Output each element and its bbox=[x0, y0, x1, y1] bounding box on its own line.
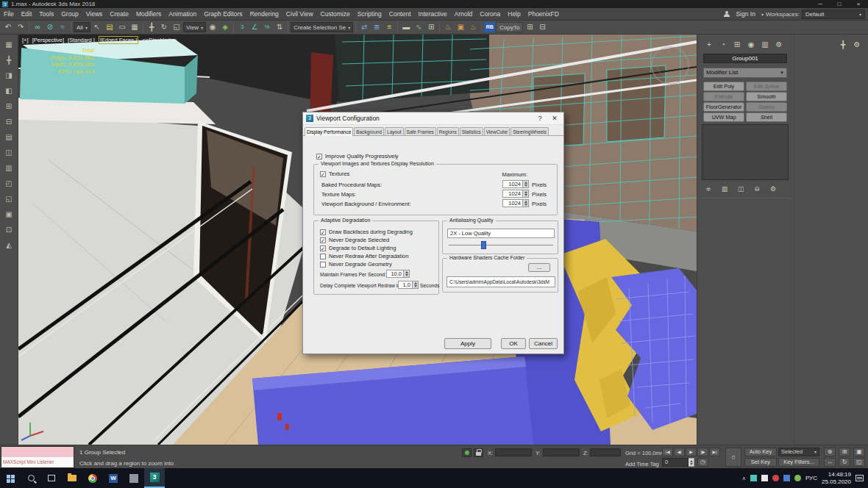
tab-steeringwheels[interactable]: SteeringWheels bbox=[511, 127, 549, 135]
left-toolbar-icon[interactable]: ╋ bbox=[2, 54, 16, 67]
percent-snap-toggle[interactable]: % bbox=[261, 21, 273, 33]
spinner-arrows-icon[interactable] bbox=[523, 190, 529, 198]
undo-button[interactable]: ↶ bbox=[2, 21, 14, 33]
draw-backfaces-checkbox[interactable]: ✓ bbox=[320, 229, 326, 235]
taskbar-clock[interactable]: 14:48:19 25.05.2020 bbox=[822, 471, 851, 486]
zoom-all-button[interactable]: ⊞ bbox=[839, 448, 850, 456]
left-toolbar-icon[interactable]: ◫ bbox=[2, 147, 16, 159]
show-end-result-button[interactable]: ▥ bbox=[719, 184, 730, 194]
notification-center-button[interactable] bbox=[855, 475, 864, 481]
left-toolbar-icon[interactable]: ▤ bbox=[2, 132, 16, 144]
bind-to-space-warp-button[interactable]: ≈ bbox=[57, 21, 68, 33]
menu-animation[interactable]: Animation bbox=[165, 8, 200, 21]
maximize-viewport-toggle[interactable]: ◱ bbox=[853, 458, 865, 467]
chrome-button[interactable] bbox=[82, 468, 103, 488]
dialog-help-button[interactable]: ? bbox=[534, 115, 546, 122]
antialiasing-quality-field[interactable]: 2X - Low Quality bbox=[447, 229, 555, 238]
add-time-tag[interactable]: Add Time Tag bbox=[625, 461, 659, 467]
z-coord-field[interactable] bbox=[590, 448, 621, 456]
menu-graph-editors[interactable]: Graph Editors bbox=[200, 8, 246, 21]
never-redraw-checkbox[interactable] bbox=[320, 254, 326, 259]
auto-key-toggle[interactable]: Auto Key bbox=[744, 448, 777, 456]
cancel-button[interactable]: Cancel bbox=[529, 338, 558, 349]
layer-manager-button[interactable]: ≡ bbox=[383, 21, 395, 33]
select-and-scale-button[interactable]: ◱ bbox=[171, 21, 182, 33]
delay-redraw-value[interactable]: 1,0 bbox=[398, 281, 413, 289]
remove-modifier-button[interactable]: ⊖ bbox=[752, 184, 762, 194]
key-filters-button[interactable]: Key Filters... bbox=[778, 458, 819, 467]
word-button[interactable]: W bbox=[103, 468, 124, 488]
menu-file[interactable]: File bbox=[0, 8, 18, 21]
render-setup-button[interactable]: ♨ bbox=[442, 21, 454, 33]
minimize-button[interactable]: ─ bbox=[811, 0, 830, 8]
left-toolbar-icon[interactable]: ◨ bbox=[2, 70, 16, 82]
motion-tab-icon[interactable]: ◉ bbox=[745, 40, 757, 51]
modifier-button-uvw-map[interactable]: UVW Map bbox=[703, 112, 744, 122]
macro-recorder-row[interactable] bbox=[1, 447, 74, 457]
background-env-value[interactable]: 1024 bbox=[502, 199, 523, 207]
maximize-button[interactable]: □ bbox=[830, 0, 849, 8]
textures-checkbox[interactable]: ✓ bbox=[320, 171, 326, 177]
dialog-titlebar[interactable]: 3 Viewport Configuration ? ✕ bbox=[303, 112, 563, 125]
redo-button[interactable]: ↷ bbox=[15, 21, 26, 33]
spinner-arrows-icon[interactable] bbox=[523, 180, 529, 188]
menu-content[interactable]: Content bbox=[385, 8, 415, 21]
panel-extra-icon[interactable]: ╋ bbox=[837, 40, 849, 51]
menu-arnold[interactable]: Arnold bbox=[451, 8, 477, 21]
menu-corona[interactable]: Corona bbox=[476, 8, 504, 21]
tab-display-performance[interactable]: Display Performance bbox=[305, 127, 353, 136]
modifier-button-smooth[interactable]: Smooth bbox=[746, 92, 787, 101]
improve-quality-checkbox[interactable]: ✓ bbox=[316, 154, 322, 159]
maintain-fps-value[interactable]: 10,0 bbox=[386, 270, 404, 278]
utilities-tab-icon[interactable]: ⚙ bbox=[773, 40, 785, 51]
never-degrade-selected-checkbox[interactable]: ✓ bbox=[320, 237, 326, 243]
rendered-frame-window-button[interactable]: ▣ bbox=[455, 21, 466, 33]
left-toolbar-icon[interactable]: ◭ bbox=[2, 240, 16, 252]
tab-statistics[interactable]: Statistics bbox=[460, 127, 483, 135]
spinner-arrows-icon[interactable] bbox=[689, 458, 694, 467]
tray-icon[interactable] bbox=[794, 475, 801, 481]
select-and-rotate-button[interactable]: ↻ bbox=[158, 21, 170, 33]
app-button[interactable] bbox=[124, 468, 144, 488]
make-unique-button[interactable]: ◫ bbox=[736, 184, 746, 194]
browse-cache-folder-button[interactable]: ... bbox=[528, 263, 550, 272]
maintain-fps-spinner[interactable]: 10,0 bbox=[386, 270, 410, 278]
isolate-selection-toggle[interactable] bbox=[462, 448, 472, 457]
pan-button[interactable]: ↔ bbox=[824, 458, 836, 467]
display-tab-icon[interactable]: ▥ bbox=[759, 40, 771, 51]
menu-civil-view[interactable]: Civil View bbox=[282, 8, 317, 21]
render-production-button[interactable]: ♨ bbox=[467, 21, 479, 33]
menu-modifiers[interactable]: Modifiers bbox=[132, 8, 165, 21]
modifier-stack-list[interactable] bbox=[702, 124, 789, 180]
language-indicator[interactable]: РУС bbox=[805, 475, 817, 481]
y-coord-field[interactable] bbox=[543, 448, 580, 456]
viewport-edged-faces-menu[interactable]: [Edged Faces ] bbox=[99, 36, 138, 44]
create-tab-icon[interactable]: + bbox=[703, 40, 715, 51]
baked-maps-value[interactable]: 1024 bbox=[502, 180, 523, 188]
time-configuration-button[interactable]: ◷ bbox=[697, 458, 708, 467]
rectangular-region-button[interactable]: ▭ bbox=[116, 21, 128, 33]
left-toolbar-icon[interactable]: ◱ bbox=[2, 193, 16, 206]
selection-filter-dropdown[interactable]: All ▾ bbox=[74, 22, 90, 32]
never-degrade-geometry-checkbox[interactable] bbox=[320, 262, 326, 268]
reference-coordinate-dropdown[interactable]: View ▾ bbox=[183, 22, 206, 32]
left-toolbar-icon[interactable]: ▦ bbox=[2, 39, 16, 51]
tab-safe-frames[interactable]: Safe Frames bbox=[405, 127, 436, 135]
select-and-link-button[interactable]: ∞ bbox=[32, 21, 43, 33]
menu-tools[interactable]: Tools bbox=[35, 8, 57, 21]
use-center-button[interactable]: ◉ bbox=[207, 21, 218, 33]
play-button[interactable]: ▶ bbox=[686, 448, 697, 456]
rb-render-button[interactable]: RB bbox=[484, 22, 495, 32]
previous-frame-button[interactable]: ◀| bbox=[674, 448, 685, 456]
array-button[interactable]: ⊞ bbox=[524, 21, 536, 33]
texture-maps-value[interactable]: 1024 bbox=[502, 190, 523, 198]
modifier-button-floorgenerator[interactable]: FloorGenerator bbox=[703, 102, 744, 112]
delay-redraw-spinner[interactable]: 1,0 bbox=[398, 281, 419, 289]
antialiasing-slider-track[interactable] bbox=[449, 245, 553, 245]
3dsmax-taskbar-button[interactable]: 3 bbox=[144, 468, 165, 488]
tab-regions[interactable]: Regions bbox=[437, 127, 459, 135]
spinner-arrows-icon[interactable] bbox=[523, 199, 529, 207]
baked-maps-spinner[interactable]: 1024 bbox=[502, 180, 529, 188]
left-toolbar-icon[interactable]: ⊡ bbox=[2, 224, 16, 237]
viewport-shading-menu[interactable]: [Standard ] bbox=[68, 37, 95, 43]
